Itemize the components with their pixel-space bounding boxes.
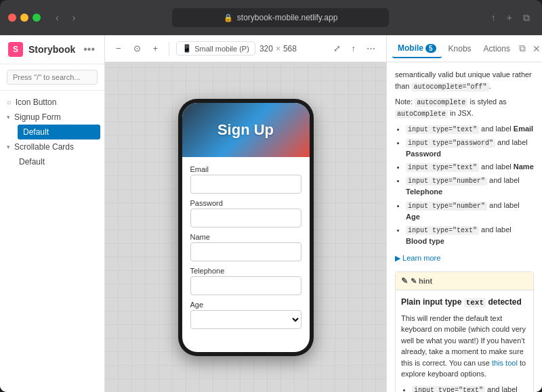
panel-expand-button[interactable]: ⧉ [517,41,528,56]
share-button[interactable]: ↑ [487,9,500,26]
url-text: storybook-mobile.netlify.app [237,13,338,22]
address-bar[interactable]: 🔒 storybook-mobile.netlify.app [172,8,389,27]
password-label: Password [190,199,301,207]
mobile-badge: 5 [425,44,436,53]
lock-icon: 🔒 [224,14,233,22]
nav-item-label: Icon Button [16,97,57,107]
hint-1-description: This will render the default text keyboa… [401,313,528,380]
autocomplete-note-code: autocomplete [415,98,467,107]
note-text: Note: autocomplete is styled as autoComp… [395,96,534,119]
main-content: S Storybook ••• ○ Icon Button ▾ Signup F… [0,35,542,392]
viewport-label: Small mobile (P) [194,45,249,53]
storybook-logo: S [8,42,23,57]
autocomplete-jsx-code: autoComplete [395,110,448,118]
expand-button[interactable]: ⤢ [329,41,345,56]
tab-knobs[interactable]: Knobs [443,40,477,58]
new-tab-button[interactable]: + [503,9,516,26]
share-button[interactable]: ↑ [348,41,360,56]
sidebar-header: S Storybook ••• [0,35,104,64]
sidebar-item-icon-button[interactable]: ○ Icon Button [0,95,104,110]
tab-mobile[interactable]: Mobile5 [392,39,442,58]
canvas-toolbar: − ⊙ + 📱 Small mobile (P) 320 × 568 ⤢ ↑ ⋯ [105,35,386,62]
viewport-selector[interactable]: 📱 Small mobile (P) [176,41,255,56]
this-tool-link[interactable]: this tool [492,359,518,367]
sidebar: S Storybook ••• ○ Icon Button ▾ Signup F… [0,35,105,392]
code: input type="number" [406,177,487,186]
list-item: input type="text" and label Email [406,123,534,135]
tabs-button[interactable]: ⧉ [519,9,534,26]
input-list: input type="text" and label Email input … [395,123,534,247]
panel-content: semantically valid but unique value rath… [387,62,542,392]
code: input type="text" [412,386,485,393]
tab-actions[interactable]: Actions [478,40,516,58]
chevron-down-icon: ▾ [7,114,10,121]
form-field-name: Name [190,233,301,261]
list-item: input type="text" and label Blood type [406,224,534,247]
close-traffic-light[interactable] [8,14,16,22]
sidebar-item-signup-default[interactable]: Default [18,125,100,139]
sidebar-item-scrollable-default[interactable]: Default [14,154,104,169]
canvas-frame: Sign Up Email Password Name [105,62,386,392]
canvas-actions: ⤢ ↑ ⋯ [329,41,380,56]
age-select[interactable] [190,310,301,329]
nav-item-label: Default [19,157,45,167]
traffic-lights [8,14,41,22]
list-item: input type="number" and label Telephone [406,175,534,198]
learn-more-link-1[interactable]: ▶ Learn more [395,254,440,262]
zoom-out-button[interactable]: − [112,41,125,56]
sidebar-menu-button[interactable]: ••• [81,42,98,57]
hint-1-header: ✎ ✎ hint [396,272,533,290]
form-field-age: Age [190,301,301,329]
sidebar-nav: ○ Icon Button ▾ Signup Form Default ▾ Sc… [0,91,104,392]
panel-tabs: Mobile5 Knobs Actions ⧉ ✕ [387,35,542,62]
browser-chrome: ‹ › 🔒 storybook-mobile.netlify.app ↑ + ⧉ [0,0,542,35]
password-input[interactable] [190,209,301,227]
signup-form-children: Default [0,125,104,139]
viewport-height: 568 [283,44,297,53]
hint-1-title: Plain input type text detected [401,296,528,309]
form-field-telephone: Telephone [190,267,301,295]
sidebar-group-scrollable-cards[interactable]: ▾ Scrollable Cards [0,139,104,154]
code: input type="text" [406,226,479,235]
circle-icon: ○ [7,98,12,106]
search-input[interactable] [7,70,98,85]
sidebar-search [0,64,104,91]
viewport-dimensions: 320 × 568 [259,44,297,53]
sidebar-title: Storybook [28,44,75,55]
telephone-input[interactable] [190,276,301,295]
back-button[interactable]: ‹ [51,9,63,26]
zoom-reset-button[interactable]: ⊙ [129,41,145,56]
sidebar-group-signup-form[interactable]: ▾ Signup Form [0,110,104,125]
canvas-menu-button[interactable]: ⋯ [362,41,379,56]
tab-actions-label: Actions [484,44,510,53]
code: input type="number" [406,202,487,211]
text-code: text [464,298,486,307]
panel-icon-buttons: ⧉ ✕ [517,41,542,56]
age-label: Age [190,301,301,309]
panel-close-button[interactable]: ✕ [530,41,542,56]
name-input[interactable] [190,242,301,261]
zoom-in-button[interactable]: + [149,41,163,56]
autocomplete-code: autocomplete="off" [411,83,488,91]
forward-button[interactable]: › [68,9,80,26]
minimize-traffic-light[interactable] [20,14,28,22]
email-input[interactable] [190,175,301,194]
hint-1-list: input type="text" and label Email input … [401,384,528,393]
email-label: Email [190,165,301,173]
viewport-icon: 📱 [182,44,192,53]
code: input type="text" [406,125,479,134]
hint-1: ✎ ✎ hint Plain input type text detected … [395,271,534,392]
phone-screen: Sign Up Email Password Name [182,103,310,352]
scrollable-cards-children: Default [0,154,104,169]
viewport-width: 320 [259,44,273,53]
nav-item-label: Default [23,127,49,137]
maximize-traffic-light[interactable] [33,14,41,22]
phone-form: Email Password Name Telephone [182,157,310,337]
tab-knobs-label: Knobs [449,44,472,53]
code: input type="text" [406,163,479,172]
form-field-password: Password [190,199,301,227]
canvas-area: − ⊙ + 📱 Small mobile (P) 320 × 568 ⤢ ↑ ⋯ [105,35,386,392]
panel: Mobile5 Knobs Actions ⧉ ✕ semantically v… [386,35,542,392]
phone-banner: Sign Up [182,103,310,157]
name-label: Name [190,233,301,241]
